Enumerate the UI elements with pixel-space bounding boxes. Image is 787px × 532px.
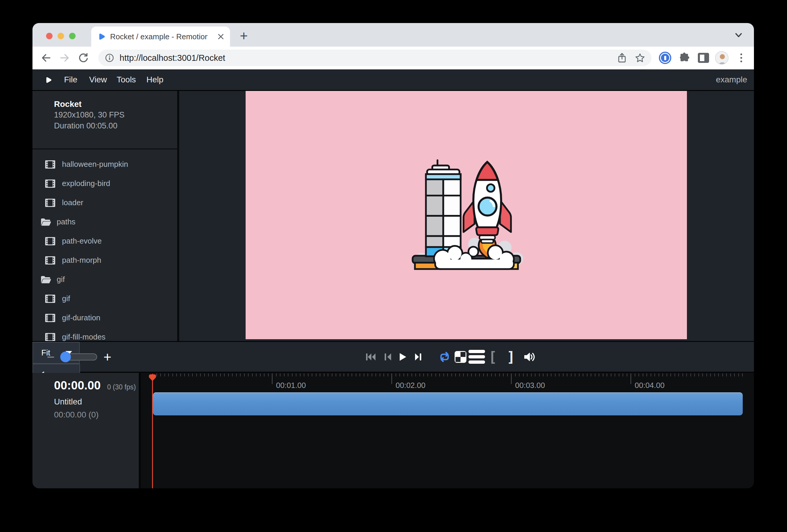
composition-resolution: 1920x1080, 30 FPS [54,109,125,121]
sidebar-composition-item[interactable]: loader [33,193,177,212]
browser-toolbar: http://localhost:3001/Rocket [33,47,754,69]
timeline-rows-icon[interactable] [468,342,485,372]
volume-icon[interactable] [521,342,538,372]
1password-extension-icon[interactable] [658,51,672,65]
rocket-illustration [408,157,524,273]
timeline-ruler[interactable]: 00:01.0000:02.0000:03.0000:04.00 [152,373,754,390]
timeline-left-panel: 00:00.00 0 (30 fps) Untitled 00:00.00 (0… [33,373,141,488]
window-controls [46,33,76,39]
composition-info: Rocket 1920x1080, 30 FPS Duration 00:05.… [54,99,125,131]
zoom-window-button[interactable] [69,33,76,39]
remotion-menubar: File View Tools Help example [33,69,754,91]
film-icon [45,160,55,169]
timeline-zoom-in-button[interactable]: + [101,342,114,372]
sidebar-composition-item[interactable]: halloween-pumpkin [33,155,177,174]
current-frame-label: 0 (30 fps) [107,383,136,391]
extensions-puzzle-icon[interactable] [678,51,691,65]
compositions-sidebar: Rocket 1920x1080, 30 FPS Duration 00:05.… [33,91,177,341]
sidebar-composition-item[interactable]: gif [33,289,177,308]
play-button[interactable] [395,342,411,372]
track-timecode: 00:00.00 (0) [54,410,99,420]
browser-menu-kebab-icon[interactable] [735,51,748,65]
film-icon [45,179,55,188]
set-out-point-button[interactable]: ] [503,342,519,372]
sidebar-composition-item[interactable]: gif-fill-modes [33,327,177,341]
film-icon [45,314,55,322]
timeline: 00:01.0000:02.0000:03.0000:04.00 00:00.0… [33,373,754,488]
film-icon [45,333,55,341]
menu-view[interactable]: View [89,69,107,90]
tab-title: Rocket / example - Remotion P [110,32,208,41]
project-name-label: example [716,69,747,90]
share-icon[interactable] [617,53,627,63]
remotion-favicon-icon [98,33,105,40]
composition-list: halloween-pumpkin exploding-bird [33,155,177,341]
film-icon [45,256,55,265]
current-timecode: 00:00.00 [54,379,101,392]
sidebar-composition-item[interactable]: gif [33,270,177,289]
set-in-point-button[interactable]: [ [484,342,501,372]
reload-icon[interactable] [77,52,89,64]
player-controls-bar: − + Fit 1x [33,341,754,373]
url-text[interactable]: http://localhost:3001/Rocket [120,53,225,63]
film-icon [45,198,55,207]
tab-strip: Rocket / example - Remotion P + [33,23,754,47]
preview-canvas-area [179,91,754,341]
playhead-marker[interactable] [148,374,157,381]
sidebar-divider [33,149,177,149]
remotion-logo-icon[interactable] [45,76,52,84]
profile-avatar[interactable] [715,51,728,65]
loop-toggle-icon[interactable] [436,342,453,372]
composition-duration: Duration 00:05.00 [54,121,125,131]
timeline-track-untitled[interactable] [153,392,743,416]
film-icon [45,237,55,246]
previous-frame-button[interactable] [380,342,396,372]
tab-close-icon[interactable] [216,32,225,41]
menu-file[interactable]: File [64,69,77,90]
zoom-slider-thumb[interactable] [60,352,71,362]
menu-help[interactable]: Help [146,69,164,90]
film-icon [45,294,55,303]
menu-tools[interactable]: Tools [116,69,136,90]
track-name: Untitled [54,397,82,406]
video-preview-frame [246,91,687,339]
sidebar-composition-item[interactable]: path-morph [33,251,177,270]
transparency-checkerboard-icon[interactable] [452,342,469,372]
sidebar-composition-item[interactable]: paths [33,212,177,231]
composition-name: Rocket [54,99,125,109]
close-window-button[interactable] [46,33,52,39]
skip-to-end-button[interactable] [410,342,427,372]
side-panel-icon[interactable] [697,51,710,65]
address-bar[interactable]: http://localhost:3001/Rocket [98,49,652,66]
page-info-icon[interactable] [105,53,114,63]
main-area: Rocket 1920x1080, 30 FPS Duration 00:05.… [33,91,754,341]
sidebar-composition-item[interactable]: gif-duration [33,308,177,327]
playhead-line [152,374,153,488]
bookmark-star-icon[interactable] [635,53,645,63]
sidebar-composition-item[interactable]: exploding-bird [33,174,177,193]
sidebar-composition-item[interactable]: path-evolve [33,231,177,251]
skip-to-start-button[interactable] [363,342,379,372]
back-icon[interactable] [40,52,52,64]
browser-tab[interactable]: Rocket / example - Remotion P [91,26,230,47]
folder-open-icon [40,218,51,227]
folder-open-icon [40,275,51,284]
timeline-zoom-slider[interactable] [61,354,97,360]
browser-window: Rocket / example - Remotion P + http://l… [33,23,754,488]
tab-search-chevron-icon[interactable] [733,31,744,40]
forward-icon[interactable] [59,52,70,64]
sidebar-canvas-divider[interactable] [177,91,179,341]
minimize-window-button[interactable] [58,33,64,39]
timeline-zoom-out-button[interactable]: − [44,342,57,372]
new-tab-button[interactable]: + [236,28,252,43]
